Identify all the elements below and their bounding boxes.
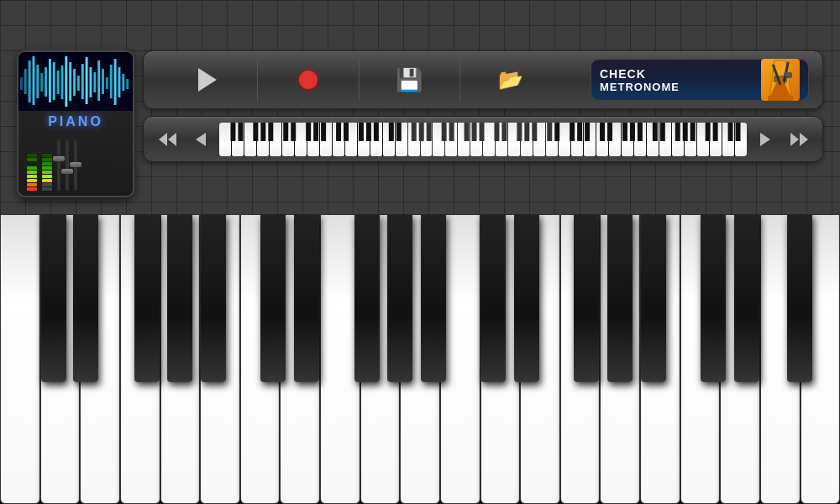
svg-rect-21	[102, 69, 104, 94]
svg-rect-1	[20, 77, 23, 90]
metronome-check-label: CHECK	[600, 67, 680, 81]
svg-rect-19	[93, 72, 96, 92]
svg-rect-26	[122, 74, 124, 91]
next-button[interactable]	[750, 124, 780, 155]
level-meter-1	[27, 140, 37, 191]
record-icon	[299, 71, 318, 89]
save-button[interactable]: 💾	[360, 59, 460, 101]
metronome-label: METRONOME	[600, 81, 680, 93]
svg-rect-12	[65, 56, 67, 107]
black-key[interactable]	[701, 214, 726, 382]
next-icon	[760, 133, 770, 146]
black-key[interactable]	[41, 214, 66, 382]
svg-rect-6	[40, 73, 43, 92]
app-background: PIANO	[0, 0, 840, 504]
black-key[interactable]	[387, 214, 412, 382]
svg-rect-23	[110, 65, 113, 98]
waveform-display	[18, 52, 133, 111]
play-icon	[198, 68, 217, 92]
svg-rect-16	[81, 64, 84, 99]
top-controls: 💾 📂 CHECK METRONOME	[143, 50, 823, 162]
black-key[interactable]	[73, 214, 98, 382]
black-key[interactable]	[514, 214, 539, 382]
svg-rect-11	[61, 66, 64, 99]
fader-thumb-2[interactable]	[61, 169, 73, 174]
play-button[interactable]	[157, 59, 258, 101]
prev-button[interactable]	[186, 124, 216, 155]
piano-keyboard[interactable]	[0, 214, 840, 504]
open-button[interactable]: 📂	[460, 59, 560, 101]
black-key[interactable]	[167, 214, 192, 382]
black-key[interactable]	[607, 214, 633, 382]
svg-rect-9	[53, 62, 55, 100]
svg-rect-27	[126, 79, 129, 89]
level-meter-2	[42, 140, 52, 191]
prev-icon	[196, 133, 206, 146]
keyboard-nav-bar	[143, 116, 823, 162]
svg-rect-33	[774, 76, 787, 82]
svg-rect-25	[118, 67, 121, 97]
next-far-icon	[790, 133, 808, 146]
folder-icon: 📂	[498, 70, 523, 90]
svg-rect-22	[106, 77, 108, 89]
black-key[interactable]	[787, 214, 812, 382]
fader-3[interactable]	[74, 140, 77, 191]
piano-logo: PIANO	[17, 50, 134, 197]
svg-rect-24	[114, 59, 117, 105]
next-far-button[interactable]	[784, 124, 814, 155]
svg-rect-13	[69, 62, 71, 101]
fader-2[interactable]	[66, 140, 69, 191]
black-key[interactable]	[201, 214, 226, 382]
svg-rect-8	[49, 59, 51, 102]
black-key[interactable]	[574, 214, 599, 382]
save-icon: 💾	[396, 69, 423, 91]
metronome-text: CHECK METRONOME	[600, 67, 680, 93]
metronome-icon	[761, 59, 800, 101]
mini-keyboard[interactable]	[219, 123, 747, 156]
fader-section	[18, 133, 133, 196]
black-key[interactable]	[260, 214, 286, 382]
black-key[interactable]	[294, 214, 319, 382]
black-key[interactable]	[734, 214, 759, 382]
svg-rect-17	[86, 57, 88, 104]
svg-rect-3	[29, 60, 31, 102]
svg-rect-4	[33, 56, 35, 105]
svg-rect-14	[73, 69, 76, 96]
white-key[interactable]	[0, 214, 40, 504]
svg-rect-5	[36, 65, 39, 98]
svg-rect-7	[45, 67, 47, 97]
mini-white-keys	[219, 123, 747, 156]
fader-thumb-1[interactable]	[53, 156, 65, 161]
piano-app-label: PIANO	[48, 111, 103, 133]
black-key[interactable]	[421, 214, 446, 382]
svg-rect-20	[97, 60, 100, 101]
black-key[interactable]	[354, 214, 380, 382]
metronome-button[interactable]: CHECK METRONOME	[591, 59, 809, 101]
prev-far-button[interactable]	[152, 124, 182, 155]
svg-rect-18	[90, 67, 92, 97]
white-key[interactable]	[440, 214, 480, 504]
black-key[interactable]	[134, 214, 160, 382]
prev-far-icon	[159, 133, 176, 146]
transport-bar: 💾 📂 CHECK METRONOME	[143, 50, 823, 109]
fader-1[interactable]	[57, 140, 60, 191]
svg-rect-32	[768, 96, 793, 101]
svg-rect-15	[77, 76, 80, 91]
record-button[interactable]	[258, 59, 359, 101]
svg-rect-2	[24, 69, 27, 94]
black-key[interactable]	[641, 214, 666, 382]
black-key[interactable]	[480, 214, 506, 382]
fader-thumb-3[interactable]	[70, 162, 81, 167]
svg-rect-10	[57, 71, 60, 94]
